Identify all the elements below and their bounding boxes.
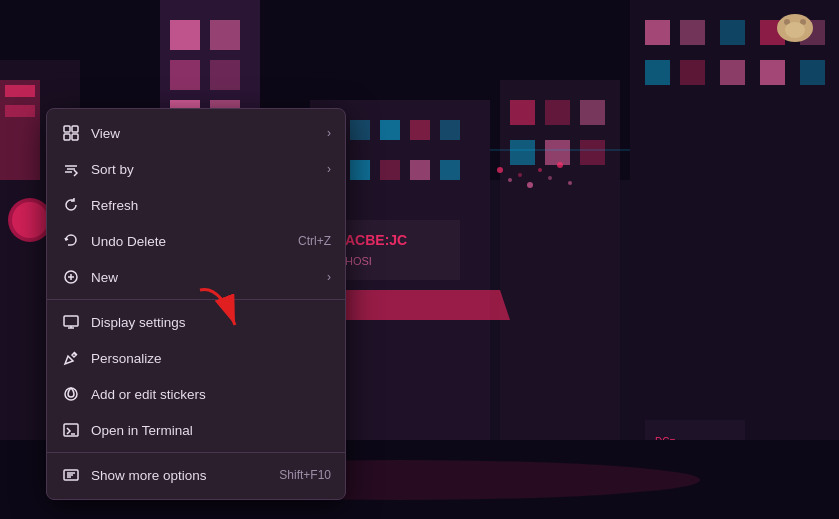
show-more-shortcut: Shift+F10 (279, 468, 331, 482)
svg-rect-28 (510, 100, 535, 125)
svg-rect-41 (680, 60, 705, 85)
svg-rect-67 (72, 126, 78, 132)
svg-rect-5 (5, 105, 35, 117)
svg-text:ACBE:JC: ACBE:JC (345, 232, 407, 248)
svg-point-56 (508, 178, 512, 182)
personalize-icon (61, 348, 81, 368)
menu-item-display-settings-label: Display settings (91, 315, 331, 330)
svg-rect-15 (350, 120, 370, 140)
svg-rect-69 (72, 134, 78, 140)
context-menu: View › Sort by › Refresh (46, 108, 346, 500)
new-icon (61, 267, 81, 287)
menu-item-show-more-label: Show more options (91, 468, 279, 483)
svg-rect-9 (170, 60, 200, 90)
menu-item-personalize-label: Personalize (91, 351, 331, 366)
svg-rect-43 (760, 60, 785, 85)
menu-item-show-more[interactable]: Show more options Shift+F10 (47, 457, 345, 493)
view-arrow-icon: › (327, 126, 331, 140)
svg-rect-24 (330, 220, 460, 280)
new-arrow-icon: › (327, 270, 331, 284)
svg-rect-42 (720, 60, 745, 85)
svg-rect-29 (545, 100, 570, 125)
display-icon (61, 312, 81, 332)
svg-point-64 (12, 202, 48, 238)
menu-item-display-settings[interactable]: Display settings (47, 304, 345, 340)
divider-1 (47, 299, 345, 300)
menu-item-sort-by-label: Sort by (91, 162, 327, 177)
svg-rect-68 (64, 134, 70, 140)
svg-rect-20 (350, 160, 370, 180)
menu-item-sort-by[interactable]: Sort by › (47, 151, 345, 187)
menu-item-new-label: New (91, 270, 327, 285)
svg-rect-7 (170, 20, 200, 50)
menu-item-open-terminal[interactable]: Open in Terminal (47, 412, 345, 448)
svg-rect-23 (440, 160, 460, 180)
menu-item-refresh-label: Refresh (91, 198, 331, 213)
svg-point-80 (65, 388, 77, 400)
menu-item-open-terminal-label: Open in Terminal (91, 423, 331, 438)
svg-rect-30 (580, 100, 605, 125)
sort-icon (61, 159, 81, 179)
svg-rect-76 (64, 316, 78, 326)
terminal-icon (61, 420, 81, 440)
svg-rect-32 (545, 140, 570, 165)
svg-rect-40 (645, 60, 670, 85)
svg-rect-37 (720, 20, 745, 45)
svg-rect-16 (380, 120, 400, 140)
svg-rect-4 (5, 85, 35, 97)
svg-text:HOSI: HOSI (345, 255, 372, 267)
svg-point-62 (568, 181, 572, 185)
svg-rect-8 (210, 20, 240, 50)
menu-item-view-label: View (91, 126, 327, 141)
svg-rect-44 (800, 60, 825, 85)
svg-rect-17 (410, 120, 430, 140)
svg-point-57 (518, 173, 522, 177)
menu-item-personalize[interactable]: Personalize (47, 340, 345, 376)
svg-point-54 (785, 22, 805, 38)
svg-point-59 (538, 168, 542, 172)
grid-icon (61, 123, 81, 143)
svg-rect-33 (580, 140, 605, 165)
svg-rect-36 (680, 20, 705, 45)
svg-rect-35 (645, 20, 670, 45)
undo-icon (61, 231, 81, 251)
svg-rect-10 (210, 60, 240, 90)
svg-rect-31 (510, 140, 535, 165)
undo-shortcut: Ctrl+Z (298, 234, 331, 248)
sticker-icon (61, 384, 81, 404)
sort-arrow-icon: › (327, 162, 331, 176)
menu-item-undo-delete-label: Undo Delete (91, 234, 298, 249)
svg-point-61 (557, 162, 563, 168)
menu-item-undo-delete[interactable]: Undo Delete Ctrl+Z (47, 223, 345, 259)
more-icon (61, 465, 81, 485)
menu-item-new[interactable]: New › (47, 259, 345, 295)
menu-item-view[interactable]: View › (47, 115, 345, 151)
divider-2 (47, 452, 345, 453)
svg-point-58 (527, 182, 533, 188)
svg-rect-18 (440, 120, 460, 140)
svg-line-79 (74, 352, 77, 355)
svg-rect-21 (380, 160, 400, 180)
svg-point-60 (548, 176, 552, 180)
svg-rect-66 (64, 126, 70, 132)
menu-item-add-stickers[interactable]: Add or edit stickers (47, 376, 345, 412)
svg-rect-22 (410, 160, 430, 180)
menu-item-refresh[interactable]: Refresh (47, 187, 345, 223)
refresh-icon (61, 195, 81, 215)
svg-point-55 (497, 167, 503, 173)
menu-item-add-stickers-label: Add or edit stickers (91, 387, 331, 402)
